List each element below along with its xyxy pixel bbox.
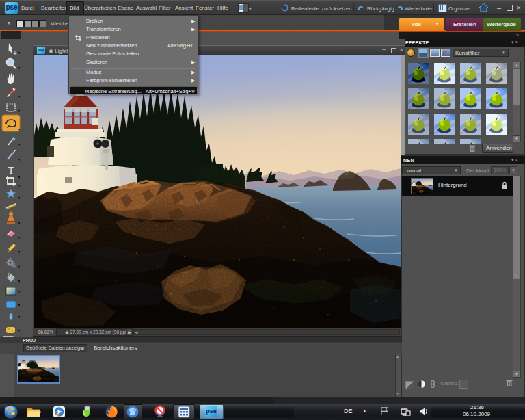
svg-text:T: T [8,165,14,176]
